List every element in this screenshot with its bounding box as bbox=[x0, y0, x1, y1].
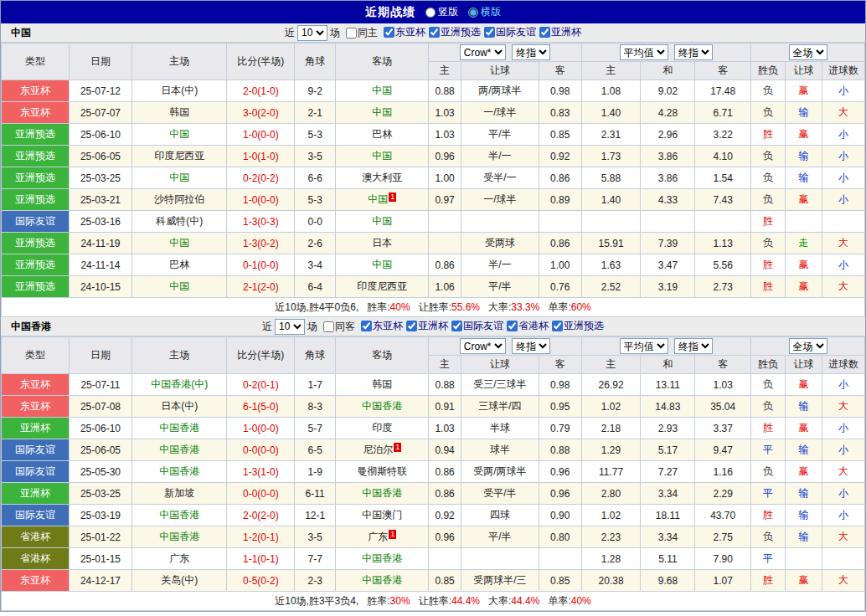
result-handicap: 赢 bbox=[785, 374, 822, 396]
average-select[interactable]: 平均值 bbox=[620, 44, 668, 60]
home-team-cell: 日本(中) bbox=[131, 396, 226, 418]
odds-home: 0.94 bbox=[429, 439, 461, 461]
result-wdl: 负 bbox=[751, 396, 786, 418]
away-team-cell: 中国 bbox=[335, 80, 428, 102]
odds-away: 0.96 bbox=[539, 461, 581, 483]
corner-score: 2-6 bbox=[295, 233, 336, 254]
league-filter[interactable]: 国际友谊 bbox=[451, 319, 503, 333]
league-checkbox[interactable] bbox=[406, 321, 417, 331]
home-team-cell: 中国香港 bbox=[131, 461, 226, 483]
avg-away-odds: 9.47 bbox=[695, 439, 751, 461]
summary-stat: 让胜率:44.4% bbox=[419, 595, 480, 607]
league-filter[interactable]: 亚洲杯 bbox=[539, 25, 581, 39]
same-side-filter[interactable]: 同客 bbox=[323, 320, 355, 334]
layout-radio-vertical[interactable] bbox=[425, 8, 436, 18]
recent-count-select[interactable]: 10 bbox=[275, 319, 305, 335]
col-header-odds-away: 客 bbox=[539, 62, 581, 80]
result-wdl: 负 bbox=[751, 102, 786, 124]
average-select[interactable]: 平均值 bbox=[620, 338, 668, 354]
odds-away: 0.96 bbox=[539, 483, 581, 505]
match-score: 6-1(5-0) bbox=[227, 396, 295, 418]
layout-option-vertical[interactable]: 竖版 bbox=[425, 5, 458, 19]
col-header-odds-handicap: 让球 bbox=[461, 62, 539, 80]
avg-draw-odds: 3.47 bbox=[641, 254, 695, 276]
odds-home: 0.97 bbox=[429, 189, 461, 211]
league-checkbox[interactable] bbox=[484, 27, 495, 38]
bookmaker-stage-select[interactable]: 终指 bbox=[512, 44, 550, 60]
topbar: 近期战绩 竖版 横版 bbox=[1, 1, 865, 23]
away-team-cell: 中国香港 bbox=[335, 483, 428, 505]
layout-radio-horizontal[interactable] bbox=[468, 8, 478, 18]
bookmaker-select[interactable]: Crow* bbox=[460, 338, 506, 354]
league-filter[interactable]: 省港杯 bbox=[507, 319, 549, 333]
match-type-badge: 东亚杯 bbox=[2, 102, 70, 124]
average-stage-select[interactable]: 终指 bbox=[674, 338, 713, 354]
bookmaker-select[interactable]: Crow* bbox=[460, 44, 506, 60]
col-header-away: 客场 bbox=[335, 337, 428, 374]
home-team-cell: 新加坡 bbox=[131, 483, 226, 505]
home-team-cell: 韩国 bbox=[131, 102, 226, 124]
section-header-bar: 中国香港 近 10 场 同客 东亚杯亚洲杯国际友谊省港杯亚洲预选 bbox=[1, 317, 865, 336]
league-checkbox[interactable] bbox=[539, 27, 550, 38]
home-team-cell: 沙特阿拉伯 bbox=[131, 189, 226, 211]
page-title: 近期战绩 bbox=[365, 5, 415, 20]
result-handicap: 赢 bbox=[785, 461, 822, 483]
result-goals: 小 bbox=[822, 167, 865, 189]
summary-stat: 大率:44.4% bbox=[488, 595, 539, 607]
league-checkbox[interactable] bbox=[451, 321, 462, 331]
odds-handicap: 半球 bbox=[461, 418, 539, 439]
home-team-cell: 印度尼西亚 bbox=[131, 146, 226, 167]
fulltime-select[interactable]: 全场 bbox=[789, 338, 827, 354]
col-header-corner: 角球 bbox=[295, 337, 336, 374]
league-checkbox[interactable] bbox=[361, 321, 372, 331]
odds-handicap: 平/半 bbox=[461, 276, 539, 298]
result-handicap: 输 bbox=[785, 102, 822, 124]
odds-home: 1.06 bbox=[429, 276, 461, 298]
match-score: 0-2(0-2) bbox=[227, 167, 295, 189]
league-checkbox[interactable] bbox=[384, 27, 394, 38]
league-label: 省港杯 bbox=[518, 319, 549, 333]
summary-stat-value: 30% bbox=[390, 595, 410, 607]
league-filter[interactable]: 亚洲预选 bbox=[429, 25, 481, 39]
col-header-avg-draw: 和 bbox=[641, 356, 695, 374]
avg-away-odds: 1.54 bbox=[695, 167, 751, 189]
league-filter[interactable]: 亚洲预选 bbox=[552, 319, 604, 333]
col-header-avg-away: 客 bbox=[695, 356, 751, 374]
bookmaker-odds-header: Crow* 终指 bbox=[429, 44, 581, 62]
league-checkbox[interactable] bbox=[552, 321, 563, 331]
result-goals bbox=[822, 548, 865, 570]
recent-count-select[interactable]: 10 bbox=[297, 25, 327, 41]
avg-home-odds: 1.02 bbox=[581, 396, 641, 418]
away-team-cell: 印度 bbox=[335, 418, 428, 439]
league-filter[interactable]: 亚洲杯 bbox=[406, 319, 448, 333]
bookmaker-stage-select[interactable]: 终指 bbox=[512, 338, 550, 354]
fulltime-select[interactable]: 全场 bbox=[789, 44, 827, 60]
league-filters: 东亚杯亚洲杯国际友谊省港杯亚洲预选 bbox=[358, 319, 604, 334]
match-score: 0-2(0-1) bbox=[227, 374, 295, 396]
result-wdl: 胜 bbox=[751, 124, 786, 146]
result-wdl: 负 bbox=[751, 80, 786, 102]
average-stage-select[interactable]: 终指 bbox=[674, 44, 713, 60]
team-name: 中国 bbox=[169, 128, 189, 140]
layout-option-horizontal[interactable]: 横版 bbox=[468, 5, 501, 19]
home-team-cell: 科威特(中) bbox=[131, 211, 226, 233]
odds-home: 0.86 bbox=[429, 254, 461, 276]
summary-stat-label: 大率: bbox=[488, 301, 511, 313]
section-summary: 近10场,胜3平3负4,胜率:30%让胜率:44.4%大率:44.4%单率:40… bbox=[275, 595, 591, 607]
same-side-checkbox[interactable] bbox=[346, 28, 357, 38]
match-type-badge: 亚洲预选 bbox=[2, 124, 70, 146]
odds-home: 1.03 bbox=[429, 102, 461, 124]
league-filter[interactable]: 东亚杯 bbox=[361, 319, 403, 333]
match-score: 2-0(1-0) bbox=[227, 80, 295, 102]
match-date: 25-07-07 bbox=[70, 102, 132, 124]
league-filter[interactable]: 东亚杯 bbox=[384, 25, 425, 39]
league-checkbox[interactable] bbox=[429, 27, 440, 38]
league-filter[interactable]: 国际友谊 bbox=[484, 25, 536, 39]
same-side-checkbox[interactable] bbox=[323, 321, 334, 332]
team-name: 日本 bbox=[372, 237, 392, 249]
same-side-filter[interactable]: 同主 bbox=[346, 26, 378, 40]
league-checkbox[interactable] bbox=[507, 321, 518, 331]
col-header-home: 主场 bbox=[131, 337, 226, 374]
odds-away: 0.89 bbox=[539, 189, 581, 211]
result-wdl: 胜 bbox=[751, 211, 786, 233]
